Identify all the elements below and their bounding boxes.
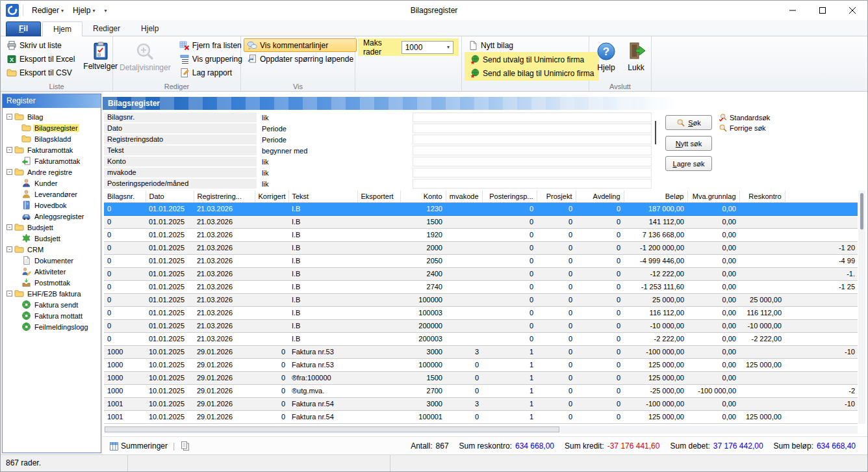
- filter-operator-select[interactable]: lik: [257, 169, 413, 177]
- filter-operator-select[interactable]: begynner med: [257, 147, 413, 155]
- copy-icon[interactable]: [180, 441, 190, 451]
- tree-item-crm[interactable]: -CRM: [4, 244, 99, 255]
- filter-value-input[interactable]: [413, 112, 652, 122]
- tree-item-dokumenter[interactable]: Dokumenter: [4, 255, 99, 266]
- tree-item-feilmeldingslogg[interactable]: Feilmeldingslogg: [4, 321, 99, 332]
- tree-expander-icon[interactable]: -: [6, 291, 12, 296]
- table-row[interactable]: 100010.01.202529.01.20260Faktura nr.5330…: [104, 345, 858, 358]
- filter-operator-select[interactable]: lik: [257, 114, 413, 122]
- filter-operator-select[interactable]: lik: [257, 180, 413, 188]
- fjern-fra-listen-button[interactable]: Fjern fra listen: [176, 38, 246, 52]
- send-utvalg-til-unimicro-firma-button[interactable]: Send utvalg til Unimicro firma: [466, 53, 597, 66]
- table-row[interactable]: 001.01.202521.03.2026I.B2400000-12 222,0…: [104, 267, 858, 280]
- standardsok-link[interactable]: Standardsøk: [719, 112, 770, 123]
- quick-access-customize-button[interactable]: ▾: [100, 6, 110, 16]
- summeringer-button[interactable]: Summeringer: [109, 441, 168, 451]
- oppdater-sporring-lopende-button[interactable]: Oppdater spørring løpende: [244, 52, 357, 66]
- tree-item-hovedbok[interactable]: Hovedbok: [4, 200, 99, 211]
- forrige-sok-link[interactable]: Forrige søk: [719, 123, 770, 133]
- tree-item-andre-registre[interactable]: -Andre registre: [4, 166, 99, 177]
- tree-item-kunder[interactable]: Kunder: [4, 177, 99, 189]
- filter-value-input[interactable]: [413, 168, 652, 177]
- vis-gruppering-button[interactable]: Vis gruppering: [176, 52, 246, 66]
- filter-operator-select[interactable]: lik: [257, 158, 413, 166]
- column-header-avdeling[interactable]: Avdeling: [576, 190, 624, 202]
- tree-item-budsjett[interactable]: Budsjett: [4, 233, 99, 244]
- table-row[interactable]: 001.01.202521.03.2026I.B100003000116 112…: [104, 306, 858, 319]
- tree-item-aktiviteter[interactable]: Aktiviteter: [4, 266, 99, 277]
- column-header-posteringsp[interactable]: Posteringsp...: [482, 190, 537, 202]
- table-row[interactable]: 001.01.202521.03.2026I.B200000000-10 000…: [104, 319, 858, 332]
- tree-item-ehf-e2b-faktura[interactable]: -EHF/E2B faktura: [4, 288, 99, 299]
- tab-hjem[interactable]: Hjem: [42, 21, 83, 36]
- tree-item-bilagskladd[interactable]: Bilagskladd: [4, 133, 99, 144]
- filter-value-input[interactable]: [413, 157, 652, 166]
- tree-item-leverandører[interactable]: Leverandører: [4, 189, 99, 200]
- table-row[interactable]: 001.01.202521.03.2026I.B19200007 136 668…: [104, 228, 858, 241]
- table-row[interactable]: 001.01.202521.03.2026I.B1500000141 112,0…: [104, 215, 858, 228]
- table-row[interactable]: 001.01.202521.03.2026I.B2000000-1 200 00…: [104, 241, 858, 254]
- column-header-konto[interactable]: Konto: [400, 190, 446, 202]
- column-header-reskontro[interactable]: Reskontro: [739, 190, 785, 202]
- filter-value-input[interactable]: [413, 135, 652, 144]
- filter-operator-select[interactable]: Periode: [257, 136, 413, 144]
- quick-access-rediger[interactable]: Rediger ▾: [28, 4, 68, 17]
- tree-expander-icon[interactable]: -: [6, 114, 12, 120]
- vertical-scrollbar-thumb[interactable]: [860, 193, 863, 229]
- horizontal-scrollbar[interactable]: [104, 426, 858, 434]
- skriv-ut-liste-button[interactable]: Skriv ut liste: [3, 38, 78, 52]
- lag-rapport-button[interactable]: Lag rapport: [176, 66, 246, 79]
- table-row[interactable]: 100010.01.202529.01.20260Faktura nr.5310…: [104, 358, 858, 371]
- lagre-sok-button[interactable]: Lagre søk: [665, 156, 712, 171]
- column-header-registrering[interactable]: Registrering...: [194, 190, 255, 202]
- eksport-til-excel-button[interactable]: X Eksport til Excel: [3, 52, 78, 66]
- vertical-scrollbar[interactable]: [858, 190, 865, 424]
- tree-item-postmottak[interactable]: Postmottak: [4, 277, 99, 288]
- column-header-tekst[interactable]: Tekst: [288, 190, 357, 202]
- vis-kommentarlinjer-toggle[interactable]: Vis kommentarlinjer: [244, 38, 357, 52]
- tree-expander-icon[interactable]: -: [6, 246, 12, 252]
- column-header-prosjekt[interactable]: Prosjekt: [537, 190, 576, 202]
- column-header-beløp[interactable]: Beløp: [624, 190, 687, 202]
- table-row[interactable]: 100010.01.202529.01.20260®utg.mva.270001…: [104, 384, 858, 397]
- horizontal-scrollbar-thumb[interactable]: [105, 426, 559, 432]
- tab-rediger[interactable]: Rediger: [83, 21, 131, 36]
- tree-item-anleggsregister[interactable]: Anleggsregister: [4, 211, 99, 222]
- nytt-bilag-button[interactable]: Nytt bilag: [465, 38, 599, 52]
- tree-item-fakturamottak[interactable]: Fakturamottak: [4, 155, 99, 166]
- tree-expander-icon[interactable]: -: [6, 224, 12, 230]
- column-header-bilagsnr[interactable]: Bilagsnr.: [104, 190, 146, 202]
- maximize-button[interactable]: [808, 1, 837, 20]
- tree-expander-icon[interactable]: -: [6, 169, 12, 175]
- table-row[interactable]: 001.01.202521.03.2026I.B200003000-2 222,…: [104, 332, 858, 345]
- nytt-sok-button[interactable]: Nytt søk: [665, 136, 712, 151]
- filter-value-input[interactable]: [413, 124, 652, 133]
- column-header-korrigert[interactable]: Korrigert: [255, 190, 288, 202]
- tree-item-fakturamottak[interactable]: -Fakturamottak: [4, 144, 99, 155]
- table-row[interactable]: 001.01.202521.03.2026I.B1230000187 000,0…: [104, 202, 858, 215]
- table-row[interactable]: 001.01.202521.03.2026I.B10000000025 000,…: [104, 293, 858, 306]
- table-row[interactable]: 100110.01.202529.01.20260Faktura nr.5410…: [104, 410, 858, 423]
- hjelp-button[interactable]: ? Hjelp: [592, 38, 620, 81]
- tree-expander-icon[interactable]: -: [6, 147, 12, 153]
- column-header-mva-grunnlag[interactable]: Mva.grunnlag: [687, 190, 739, 202]
- column-header-eksportert[interactable]: Eksportert: [357, 190, 400, 202]
- tree-item-faktura-mottatt[interactable]: Faktura mottatt: [4, 310, 99, 321]
- filter-operator-select[interactable]: Periode: [257, 125, 413, 133]
- column-header-mvakode[interactable]: mvakode: [446, 190, 482, 202]
- filter-value-input[interactable]: [413, 146, 652, 155]
- tab-fil[interactable]: Fil: [6, 21, 41, 36]
- column-header-blank[interactable]: [785, 190, 858, 202]
- tree-item-bilag[interactable]: -Bilag: [4, 111, 99, 122]
- eksport-til-csv-button[interactable]: Eksport til CSV: [3, 66, 78, 79]
- table-row[interactable]: 100110.01.202529.01.20260Faktura nr.5430…: [104, 397, 858, 410]
- maks-rader-combobox[interactable]: 1000 ▾: [402, 41, 453, 54]
- sok-button[interactable]: Søk: [665, 115, 712, 130]
- tree-item-bilagsregister[interactable]: Bilagsregister: [4, 122, 99, 133]
- lukk-button[interactable]: Lukk: [622, 38, 650, 81]
- detaljvisninger-button[interactable]: Detaljvisninger: [116, 38, 175, 81]
- send-alle-bilag-til-unimicro-firma-button[interactable]: Send alle bilag til Unimicro firma: [466, 66, 597, 80]
- column-header-dato[interactable]: Dato: [146, 190, 194, 202]
- table-row[interactable]: 001.01.202521.03.2026I.B2740000-1 253 11…: [104, 280, 858, 293]
- table-row[interactable]: 001.01.202521.03.2026I.B2050000-4 999 44…: [104, 254, 858, 267]
